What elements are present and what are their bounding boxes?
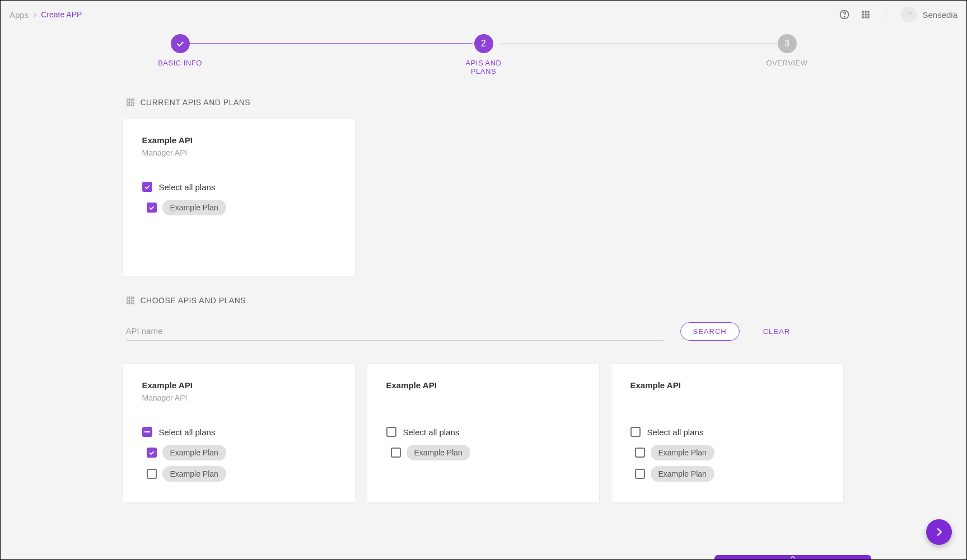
avatar (901, 7, 917, 22)
api-card: Example APISelect all plansExample PlanE… (611, 363, 844, 503)
content: CURRENT APIS AND PLANS Example API Manag… (123, 98, 845, 560)
checkbox[interactable] (630, 427, 641, 437)
step-label: OVERVIEW (767, 59, 808, 67)
search-input[interactable] (126, 322, 664, 341)
api-card: Example APIManager APISelect all plansEx… (123, 363, 356, 503)
search-button[interactable]: SEARCH (680, 322, 740, 341)
chevron-right-icon: › (33, 9, 36, 21)
current-cards: Example API Manager API Select all plans… (123, 118, 845, 277)
step-line-done (190, 43, 473, 44)
checkbox[interactable] (635, 469, 645, 479)
plan-chip[interactable]: Example Plan (651, 466, 714, 482)
svg-rect-13 (131, 99, 134, 101)
step-number: 2 (474, 34, 493, 53)
svg-rect-9 (865, 16, 867, 18)
checkbox[interactable] (142, 427, 152, 437)
plan-row: Example Plan (635, 445, 824, 460)
section-title: CURRENT APIS AND PLANS (141, 98, 251, 107)
breadcrumb-root[interactable]: Apps (10, 10, 29, 20)
dashboard-icon (126, 98, 135, 107)
step-basic-info[interactable]: BASIC INFO (152, 34, 208, 67)
stepper: BASIC INFO 2 APIS AND PLANS 3 OVERVIEW (142, 34, 825, 76)
svg-rect-14 (131, 102, 134, 106)
step-label: APIS AND PLANS (456, 59, 512, 76)
checkbox-select-all[interactable] (142, 182, 152, 192)
api-card-current: Example API Manager API Select all plans… (123, 118, 356, 277)
clear-button[interactable]: CLEAR (756, 323, 797, 340)
section-current-header: CURRENT APIS AND PLANS (123, 98, 845, 107)
section-title: CHOOSE APIS AND PLANS (141, 296, 246, 305)
step-line-pending (501, 43, 778, 44)
checkbox[interactable] (147, 469, 157, 479)
select-all-label: Select all plans (403, 427, 460, 437)
api-card: Example APISelect all plansExample Plan (367, 363, 600, 503)
svg-rect-5 (862, 13, 864, 15)
plan-row: Example Plan (147, 200, 336, 215)
select-all-label: Select all plans (647, 427, 704, 437)
svg-rect-12 (127, 99, 130, 102)
api-subtitle: Manager API (142, 148, 336, 157)
svg-rect-6 (865, 13, 867, 15)
plan-row: Example Plan (147, 445, 336, 460)
api-title: Example API (142, 135, 336, 145)
search-zone: SEARCH CLEAR (126, 322, 845, 341)
select-all-label: Select all plans (159, 182, 216, 192)
breadcrumb: Apps › Create APP (10, 9, 82, 21)
checkbox-plan[interactable] (147, 203, 157, 213)
plan-chip[interactable]: Example Plan (407, 445, 470, 460)
svg-rect-4 (868, 11, 870, 12)
select-all-row: Select all plans (386, 427, 580, 437)
step-apis-plans[interactable]: 2 APIS AND PLANS (456, 34, 512, 76)
checkbox[interactable] (147, 448, 157, 458)
bottom-panel-handle[interactable] (714, 555, 871, 559)
plan-chip[interactable]: Example Plan (162, 445, 226, 460)
plan-chip[interactable]: Example Plan (651, 445, 714, 460)
step-number: 3 (778, 34, 797, 53)
api-title: Example API (386, 380, 580, 390)
select-all-row: Select all plans (142, 182, 336, 192)
next-fab[interactable] (926, 519, 952, 545)
dashboard-icon (126, 296, 135, 305)
search-input-wrap (126, 322, 664, 341)
select-all-row: Select all plans (142, 427, 336, 437)
divider (886, 6, 886, 23)
step-label: BASIC INFO (158, 59, 202, 67)
check-icon (171, 34, 190, 53)
api-subtitle: Manager API (142, 393, 336, 402)
plan-chip[interactable]: Example Plan (162, 466, 226, 482)
plan-row: Example Plan (635, 466, 824, 482)
svg-rect-18 (131, 300, 134, 304)
svg-rect-7 (868, 13, 870, 15)
api-title: Example API (630, 380, 824, 390)
select-all-row: Select all plans (630, 427, 824, 437)
svg-rect-3 (865, 11, 867, 12)
svg-rect-8 (862, 16, 864, 18)
username: Sensedia (922, 10, 957, 20)
select-all-label: Select all plans (159, 427, 216, 437)
help-icon[interactable] (839, 9, 850, 20)
svg-rect-2 (862, 11, 864, 12)
step-overview[interactable]: 3 OVERVIEW (759, 34, 815, 67)
checkbox[interactable] (635, 448, 645, 458)
choose-cards: Example APIManager APISelect all plansEx… (123, 363, 845, 503)
user-menu[interactable]: Sensedia (901, 7, 957, 22)
svg-rect-16 (127, 297, 130, 300)
svg-rect-17 (131, 297, 134, 299)
spacer (386, 393, 580, 427)
svg-rect-15 (127, 104, 130, 106)
header-actions: Sensedia (839, 6, 957, 23)
breadcrumb-current: Create APP (41, 10, 82, 19)
svg-point-1 (844, 17, 845, 17)
api-title: Example API (142, 380, 336, 390)
svg-rect-10 (868, 16, 870, 18)
apps-grid-icon[interactable] (860, 9, 871, 20)
plan-row: Example Plan (147, 466, 336, 482)
spacer (630, 393, 824, 427)
checkbox[interactable] (391, 448, 401, 458)
section-choose-header: CHOOSE APIS AND PLANS (123, 296, 845, 305)
header: Apps › Create APP Sensedia (1, 1, 966, 29)
svg-rect-19 (127, 302, 130, 304)
plan-chip[interactable]: Example Plan (162, 200, 226, 215)
checkbox[interactable] (386, 427, 396, 437)
plan-row: Example Plan (391, 445, 580, 460)
